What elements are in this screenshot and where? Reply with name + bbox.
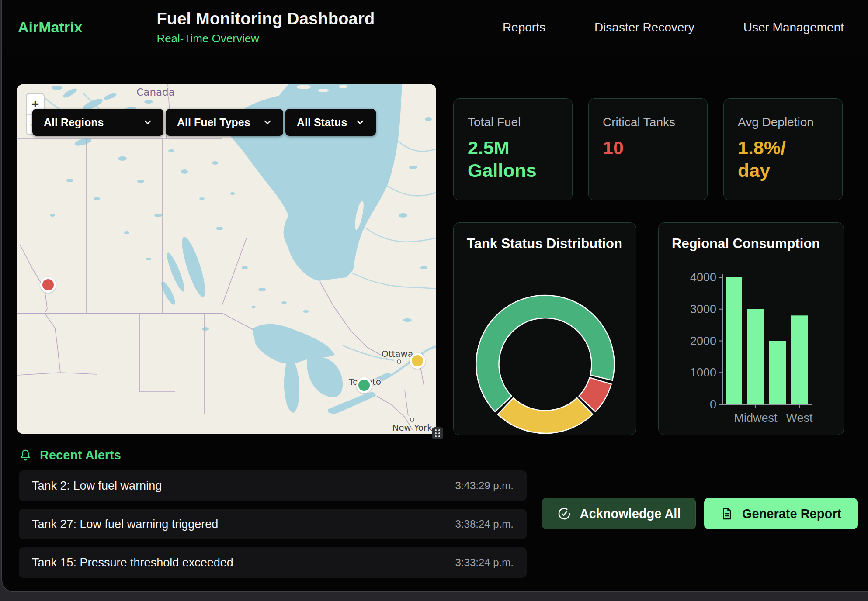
kpi-value: 10 [603, 136, 693, 159]
chart-title: Regional Consumption [659, 223, 844, 252]
title-block: Fuel Monitoring Dashboard Real-Time Over… [156, 10, 375, 45]
nav-disaster-recovery[interactable]: Disaster Recovery [594, 21, 694, 35]
svg-text:4000: 4000 [690, 271, 716, 284]
tank-marker-normal[interactable] [356, 377, 372, 393]
chevron-down-icon [262, 117, 273, 128]
kpi-value: 2.5M Gallons [468, 136, 558, 182]
map-label-canada: Canada [136, 86, 175, 98]
svg-text:West: West [786, 411, 813, 425]
ottawa-town-dot [397, 360, 401, 363]
alert-text: Tank 2: Low fuel warning [32, 479, 162, 493]
chevron-down-icon [355, 117, 365, 128]
app-window: AirMatrix Fuel Monitoring Dashboard Real… [1, 0, 868, 592]
alert-time: 3:38:24 p.m. [455, 518, 514, 530]
brand-logo: AirMatrix [18, 19, 82, 36]
alerts-title: Recent Alerts [40, 448, 121, 463]
kpi-label: Avg Depletion [738, 115, 828, 129]
acknowledge-all-label: Acknowledge All [580, 507, 681, 521]
svg-text:0: 0 [710, 398, 716, 411]
svg-text:2000: 2000 [690, 335, 716, 348]
fuel-type-filter-value: All Fuel Types [177, 116, 250, 129]
alert-time: 3:43:29 p.m. [455, 480, 514, 492]
map-canvas[interactable]: Canada Ottawa Toronto New York + − All R… [17, 84, 436, 434]
alert-row[interactable]: Tank 2: Low fuel warning 3:43:29 p.m. [19, 470, 527, 501]
kpi-label: Total Fuel [468, 115, 558, 129]
regional-consumption-card: Regional Consumption 01000200030004000Mi… [658, 222, 844, 435]
status-filter-value: All Status [297, 116, 347, 129]
svg-text:3000: 3000 [690, 303, 716, 316]
kpi-avg-depletion: Avg Depletion 1.8%/ day [723, 98, 843, 200]
nav-user-management[interactable]: User Management [743, 21, 844, 35]
kpi-label: Critical Tanks [603, 115, 693, 129]
alert-text: Tank 15: Pressure threshold exceeded [32, 556, 233, 570]
fuel-type-filter-dropdown[interactable]: All Fuel Types [166, 109, 283, 136]
status-filter-dropdown[interactable]: All Status [285, 109, 376, 136]
svg-text:1000: 1000 [690, 366, 716, 379]
alert-row[interactable]: Tank 27: Low fuel warning triggered 3:38… [19, 509, 527, 539]
resize-grip-icon[interactable] [432, 427, 443, 439]
bell-icon [19, 449, 32, 463]
tank-marker-critical[interactable] [40, 277, 56, 293]
donut-chart [454, 253, 637, 443]
charts-row: Tank Status Distribution Regional Consum… [453, 222, 844, 435]
page-title: Fuel Monitoring Dashboard [156, 10, 375, 28]
tank-status-card: Tank Status Distribution [453, 222, 636, 435]
map-filter-bar: All Regions All Fuel Types All Status [32, 109, 376, 136]
check-circle-icon [557, 507, 571, 521]
kpi-row: Total Fuel 2.5M Gallons Critical Tanks 1… [453, 98, 843, 200]
basemap: Canada Ottawa Toronto New York [17, 84, 436, 434]
kpi-value: 1.8%/ day [738, 136, 828, 182]
generate-report-button[interactable]: Generate Report [704, 498, 858, 529]
chevron-down-icon [142, 117, 153, 128]
alert-time: 3:33:24 p.m. [455, 556, 514, 569]
tank-marker-warning[interactable] [410, 353, 425, 369]
alert-text: Tank 27: Low fuel warning triggered [32, 518, 218, 531]
nav-reports[interactable]: Reports [503, 21, 545, 35]
map-label-ottawa: Ottawa [382, 349, 413, 359]
header: AirMatrix Fuel Monitoring Dashboard Real… [2, 0, 868, 55]
acknowledge-all-button[interactable]: Acknowledge All [542, 498, 696, 529]
page-subtitle: Real-Time Overview [156, 32, 375, 45]
map-label-new-york: New York [392, 422, 432, 433]
bar-chart: 01000200030004000MidwestWest [659, 253, 844, 443]
svg-text:Midwest: Midwest [734, 411, 778, 425]
new-york-town-dot [410, 418, 414, 421]
generate-report-label: Generate Report [742, 507, 841, 521]
kpi-critical-tanks: Critical Tanks 10 [588, 98, 708, 200]
kpi-total-fuel: Total Fuel 2.5M Gallons [453, 98, 573, 200]
region-filter-dropdown[interactable]: All Regions [32, 109, 163, 136]
main-nav: Reports Disaster Recovery User Managemen… [503, 21, 844, 35]
region-filter-value: All Regions [44, 116, 104, 129]
alerts-header: Recent Alerts [19, 448, 121, 463]
alert-row[interactable]: Tank 15: Pressure threshold exceeded 3:3… [19, 547, 527, 578]
chart-title: Tank Status Distribution [454, 223, 636, 252]
file-text-icon [720, 507, 733, 520]
